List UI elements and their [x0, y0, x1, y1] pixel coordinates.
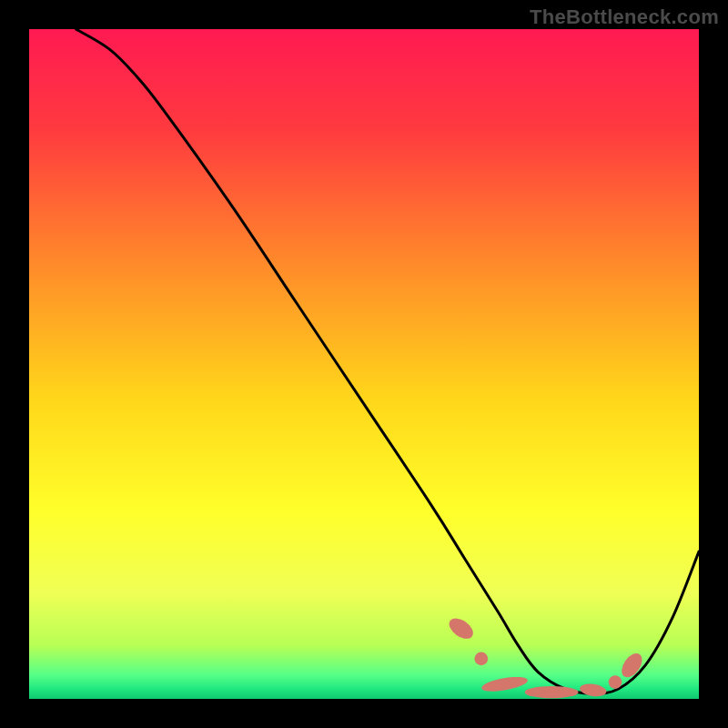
plot-background	[29, 29, 699, 699]
curve-marker	[474, 652, 488, 665]
curve-marker	[609, 675, 622, 689]
watermark-text: TheBottleneck.com	[530, 5, 719, 29]
chart-canvas	[0, 0, 728, 728]
chart-frame: TheBottleneck.com	[0, 0, 728, 728]
curve-marker	[525, 686, 579, 698]
